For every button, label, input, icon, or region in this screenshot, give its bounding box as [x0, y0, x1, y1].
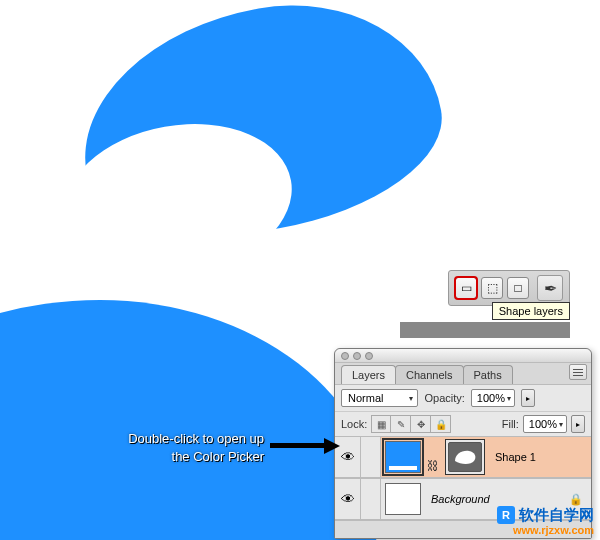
layer-name[interactable]: Background — [431, 493, 490, 505]
window-dot[interactable] — [341, 352, 349, 360]
watermark: R 软件自学网 www.rjzxw.com — [497, 506, 594, 536]
annotation-text: Double-click to open up the Color Picker — [44, 430, 264, 465]
lock-transparency-button[interactable]: ▦ — [371, 415, 391, 433]
lock-position-button[interactable]: ✥ — [411, 415, 431, 433]
fill-value: 100% — [529, 418, 557, 430]
pen-tool-icon[interactable]: ✒ — [537, 275, 563, 301]
blend-mode-value: Normal — [348, 392, 383, 404]
watermark-url: www.rjzxw.com — [497, 524, 594, 536]
layer-row-shape1[interactable]: 👁 ⛓ Shape 1 — [335, 436, 591, 478]
paths-mode-button[interactable]: ⬚ — [481, 277, 503, 299]
shape-layers-mode-button[interactable]: ▭ — [455, 277, 477, 299]
watermark-logo: R — [497, 506, 515, 524]
vector-mask-thumbnail — [448, 442, 482, 472]
fill-pixels-mode-button[interactable]: □ — [507, 277, 529, 299]
watermark-title: 软件自学网 — [519, 507, 594, 524]
chevron-down-icon: ▾ — [559, 420, 563, 429]
lock-label: Lock: — [341, 418, 367, 430]
fill-label: Fill: — [502, 418, 519, 430]
fill-slider-button[interactable]: ▸ — [571, 415, 585, 433]
link-column[interactable] — [361, 479, 381, 519]
link-column[interactable] — [361, 437, 381, 477]
canvas-shape-bottom — [0, 300, 380, 540]
panel-blend-row: Normal ▾ Opacity: 100% ▾ ▸ — [335, 384, 591, 411]
tab-paths[interactable]: Paths — [463, 365, 513, 384]
lock-icon: 🔒 — [569, 493, 583, 506]
opacity-label: Opacity: — [424, 392, 464, 404]
opacity-slider-button[interactable]: ▸ — [521, 389, 535, 407]
annotation-line2: the Color Picker — [44, 448, 264, 466]
annotation-line1: Double-click to open up — [44, 430, 264, 448]
panel-menu-button[interactable] — [569, 364, 587, 380]
window-dot[interactable] — [365, 352, 373, 360]
visibility-toggle[interactable]: 👁 — [335, 479, 361, 519]
layer-color-thumbnail[interactable] — [385, 441, 421, 473]
option-bar-strip — [400, 322, 570, 338]
fill-input[interactable]: 100% ▾ — [523, 415, 567, 433]
lock-pixels-button[interactable]: ✎ — [391, 415, 411, 433]
vector-mask-wrap[interactable] — [445, 439, 485, 475]
panel-titlebar[interactable] — [335, 349, 591, 363]
tab-channels[interactable]: Channels — [395, 365, 463, 384]
blend-mode-dropdown[interactable]: Normal ▾ — [341, 389, 418, 407]
layer-name[interactable]: Shape 1 — [495, 451, 536, 463]
opacity-value: 100% — [477, 392, 505, 404]
panel-lock-row: Lock: ▦ ✎ ✥ 🔒 Fill: 100% ▾ ▸ — [335, 411, 591, 436]
layer-thumbnail[interactable] — [385, 483, 421, 515]
window-dot[interactable] — [353, 352, 361, 360]
lock-buttons: ▦ ✎ ✥ 🔒 — [371, 415, 451, 433]
chevron-down-icon: ▾ — [409, 394, 413, 403]
canvas-shape-top — [64, 0, 457, 260]
link-icon[interactable]: ⛓ — [427, 459, 439, 473]
shape-layers-tooltip: Shape layers — [492, 302, 570, 320]
panel-tabs: Layers Channels Paths — [335, 363, 591, 384]
lock-all-button[interactable]: 🔒 — [431, 415, 451, 433]
opacity-input[interactable]: 100% ▾ — [471, 389, 515, 407]
chevron-down-icon: ▾ — [507, 394, 511, 403]
tab-layers[interactable]: Layers — [341, 365, 396, 384]
annotation-arrow — [270, 438, 340, 452]
tool-options-bar: ▭ ⬚ □ ✒ — [448, 270, 570, 306]
